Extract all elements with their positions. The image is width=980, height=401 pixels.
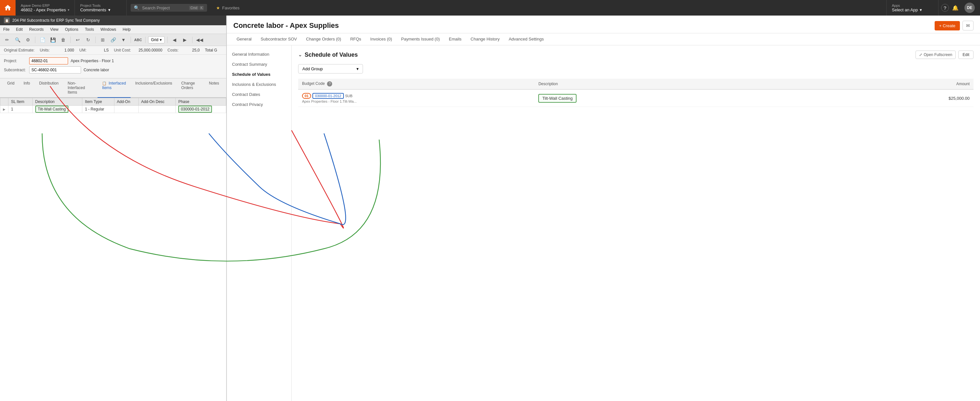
edit-button[interactable]: Edit <box>958 51 974 59</box>
right-tab-general[interactable]: General <box>232 33 256 45</box>
apps-bot-line: Select an App ▾ <box>892 8 933 12</box>
phase-cell: 030000-01-2012 <box>176 106 226 113</box>
apps-selector[interactable]: Apps Select an App ▾ <box>886 0 938 16</box>
sidebar-item-contract-privacy[interactable]: Contract Privacy <box>227 100 291 109</box>
sl-item-cell: 1 <box>8 106 33 113</box>
sov-col-amount: Amount <box>771 79 974 89</box>
right-tab-subcontractor-sov[interactable]: Subcontractor SOV <box>256 33 301 45</box>
right-tab-change-history[interactable]: Change History <box>466 33 504 45</box>
item-type-cell: 1 - Regular <box>82 106 114 113</box>
left-menu-bar: File Edit Records View Options Tools Win… <box>0 25 226 34</box>
add-group-select[interactable]: Add Group ▾ <box>298 64 363 73</box>
budget-code-help-icon[interactable]: ? <box>327 81 332 87</box>
right-tab-advanced-settings[interactable]: Advanced Settings <box>504 33 548 45</box>
tab-non-interfaced-items[interactable]: Non-Interfaced Items <box>63 78 97 98</box>
top-form-row: Original Estimate: Units: 1.000 UM: LS U… <box>0 46 226 55</box>
tab-grid[interactable]: Grid <box>3 78 19 98</box>
tab-info[interactable]: Info <box>19 78 35 98</box>
table-row[interactable]: ▶ 1 Tilt-Wall Casting 1 - Regular 030000… <box>0 106 226 113</box>
toolbar-redo-button[interactable]: ↻ <box>84 35 93 44</box>
menu-windows[interactable]: Windows <box>100 26 117 33</box>
right-tab-payments-issued[interactable]: Payments Issued (0) <box>397 33 444 45</box>
toolbar-divider-3 <box>95 36 95 43</box>
toolbar-save-button[interactable]: 💾 <box>48 35 57 44</box>
right-tab-emails[interactable]: Emails <box>444 33 466 45</box>
original-estimate-group: Original Estimate: <box>4 48 35 52</box>
menu-tools[interactable]: Tools <box>84 26 95 33</box>
right-tab-rfqs[interactable]: RFQs <box>346 33 366 45</box>
favorites-button[interactable]: ★ Favorites <box>211 0 244 16</box>
left-grid: SL Item Description Item Type Add-On Add… <box>0 98 226 401</box>
menu-view[interactable]: View <box>49 26 59 33</box>
menu-records[interactable]: Records <box>29 26 45 33</box>
um-group: UM: LS <box>80 48 109 52</box>
toolbar-attach-dropdown[interactable]: ▼ <box>119 35 128 44</box>
toolbar-grid-dropdown[interactable]: Grid ▾ <box>148 36 165 43</box>
toolbar-back-button[interactable]: ◀ <box>170 35 179 44</box>
subcontract-input[interactable] <box>29 67 81 73</box>
project-label: Project: <box>4 59 27 63</box>
menu-help[interactable]: Help <box>122 26 132 33</box>
toolbar-divider-4 <box>130 36 131 43</box>
apps-chevron-icon: ▾ <box>920 8 922 12</box>
agave-top-line: Agave Demo ERP <box>21 3 69 8</box>
toolbar-edit-button[interactable]: ✏ <box>3 35 12 44</box>
toolbar-settings-button[interactable]: ⚙ <box>23 35 32 44</box>
toolbar-text-button[interactable]: ABC <box>134 35 143 44</box>
toolbar-search-button[interactable]: 🔍 <box>13 35 22 44</box>
email-button[interactable]: ✉ <box>963 21 974 30</box>
fullscreen-button[interactable]: ⤢ Open Fullscreen <box>915 51 956 59</box>
right-content: ⌄ Schedule of Values ⤢ Open Fullscreen E… <box>292 45 980 401</box>
original-estimate-label: Original Estimate: <box>4 48 35 52</box>
create-button[interactable]: + Create <box>935 21 960 30</box>
project-input[interactable] <box>29 57 68 65</box>
sidebar-item-schedule-of-values[interactable]: Schedule of Values <box>227 69 291 79</box>
subcontract-row: Subcontract: Concrete labor <box>4 67 222 73</box>
toolbar-forward-button[interactable]: ▶ <box>180 35 189 44</box>
toolbar-grid-button[interactable]: ⊞ <box>98 35 107 44</box>
costs-value: 25,0 <box>192 48 200 52</box>
sov-collapse-icon[interactable]: ⌄ <box>298 52 302 57</box>
menu-file[interactable]: File <box>3 26 10 33</box>
agave-company-selector[interactable]: Agave Demo ERP 46802 - Apex Properties ▾ <box>16 0 75 16</box>
tab-inclusions-exclusions[interactable]: Inclusions/Exclusions <box>130 78 177 98</box>
sidebar-item-contract-summary[interactable]: Contract Summary <box>227 59 291 69</box>
costs-group: Costs: 25,0 <box>167 48 200 52</box>
search-input[interactable] <box>142 5 186 10</box>
toolbar-new-button[interactable]: 📄 <box>38 35 47 44</box>
sidebar-item-contract-dates[interactable]: Contract Dates <box>227 89 291 100</box>
tab-distribution[interactable]: Distribution <box>35 78 63 98</box>
budget-code-path: Apex Properties - Floor 1.Tilt-Wa... <box>302 100 530 103</box>
col-add-on: Add-On <box>114 98 138 106</box>
sidebar-item-general-information[interactable]: General Information <box>227 49 291 59</box>
toolbar-delete-button[interactable]: 🗑 <box>59 35 68 44</box>
avatar[interactable]: DE <box>964 3 975 13</box>
notifications-button[interactable]: 🔔 <box>950 3 961 13</box>
row-arrow-cell: ▶ <box>0 106 8 113</box>
tab-change-orders[interactable]: Change Orders <box>177 78 204 98</box>
tab-interfaced-items[interactable]: 📋 Interfaced Items <box>97 78 130 98</box>
tab-notes[interactable]: Notes <box>205 78 224 98</box>
project-name: Apex Properties - Floor 1 <box>71 59 114 63</box>
col-add-on-desc: Add-On Desc <box>138 98 176 106</box>
amount-cell: $25,000.00 <box>771 89 974 107</box>
home-button[interactable] <box>0 0 16 16</box>
sov-table-row[interactable]: 01 030000-01-2012 SUB Apex Properties - … <box>298 89 974 107</box>
toolbar-collapse-button[interactable]: ◀◀ <box>195 35 204 44</box>
grid-label: Grid <box>151 38 159 42</box>
toolbar-attach-button[interactable]: 🔗 <box>108 35 118 44</box>
right-tab-change-orders[interactable]: Change Orders (0) <box>301 33 345 45</box>
right-tab-invoices[interactable]: Invoices (0) <box>366 33 397 45</box>
sidebar-item-inclusions-exclusions[interactable]: Inclusions & Exclusions <box>227 79 291 89</box>
menu-edit[interactable]: Edit <box>15 26 23 33</box>
left-toolbar: ✏ 🔍 ⚙ 📄 💾 🗑 ↩ ↻ ⊞ 🔗 ▼ ABC Grid ▾ ◀ ▶ <box>0 34 226 46</box>
help-button[interactable]: ? <box>941 4 949 12</box>
fullscreen-icon: ⤢ <box>919 52 922 57</box>
toolbar-undo-button[interactable]: ↩ <box>73 35 82 44</box>
budget-code-content: 01 030000-01-2012 SUB Apex Properties - … <box>302 93 530 103</box>
add-on-cell <box>114 106 138 113</box>
menu-options[interactable]: Options <box>65 26 79 33</box>
project-tools-selector[interactable]: Project Tools Commitments ▾ <box>75 0 127 16</box>
right-body: General Information Contract Summary Sch… <box>227 45 980 401</box>
unit-cost-group: Unit Cost: 25,000.00000 <box>114 48 162 52</box>
